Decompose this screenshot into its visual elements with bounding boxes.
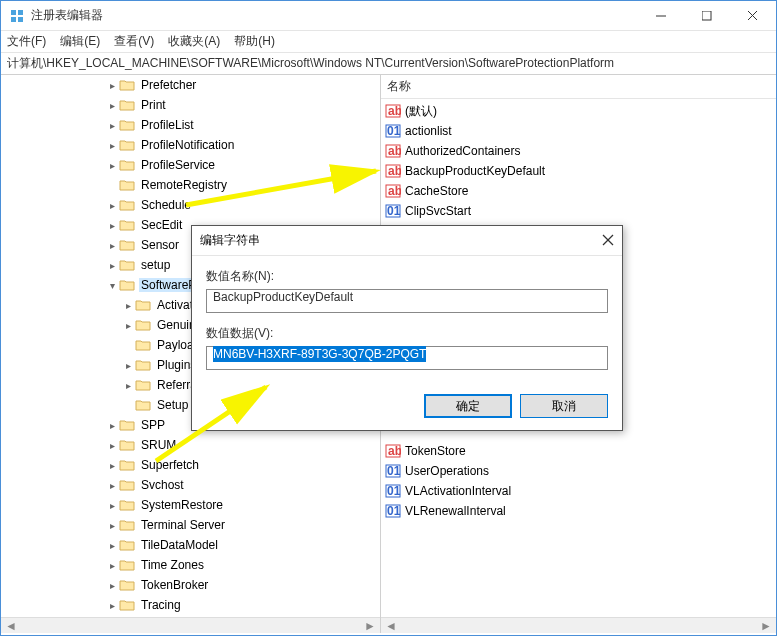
tree-item[interactable]: ▸Schedule (105, 195, 380, 215)
menu-view[interactable]: 查看(V) (114, 33, 154, 50)
svg-text:011: 011 (387, 464, 401, 478)
list-row[interactable]: 011actionlist (381, 121, 776, 141)
expand-icon[interactable]: ▸ (105, 220, 119, 231)
list-hscrollbar[interactable]: ◄► (381, 617, 776, 633)
folder-icon (135, 338, 151, 352)
expand-icon[interactable]: ▸ (105, 440, 119, 451)
list-row[interactable]: 011VLRenewalInterval (381, 501, 776, 521)
address-bar[interactable]: 计算机\HKEY_LOCAL_MACHINE\SOFTWARE\Microsof… (1, 53, 776, 75)
folder-icon (119, 258, 135, 272)
svg-rect-5 (702, 11, 711, 20)
menu-edit[interactable]: 编辑(E) (60, 33, 100, 50)
list-row[interactable]: abBackupProductKeyDefault (381, 161, 776, 181)
svg-rect-0 (11, 10, 16, 15)
expand-icon[interactable]: ▾ (105, 280, 119, 291)
list-row[interactable]: ab(默认) (381, 101, 776, 121)
tree-item[interactable]: ▸ProfileService (105, 155, 380, 175)
expand-icon[interactable]: ▸ (105, 500, 119, 511)
folder-icon (119, 78, 135, 92)
expand-icon[interactable]: ▸ (105, 520, 119, 531)
menu-help[interactable]: 帮助(H) (234, 33, 275, 50)
list-row[interactable]: abCacheStore (381, 181, 776, 201)
list-row[interactable]: abAuthorizedContainers (381, 141, 776, 161)
expand-icon[interactable]: ▸ (105, 120, 119, 131)
tree-item-label: Schedule (139, 198, 193, 212)
list-row[interactable]: 011VLActivationInterval (381, 481, 776, 501)
menubar: 文件(F) 编辑(E) 查看(V) 收藏夹(A) 帮助(H) (1, 31, 776, 53)
list-header-name[interactable]: 名称 (381, 75, 776, 99)
tree-item[interactable]: ▸SystemRestore (105, 495, 380, 515)
tree-item-label: SecEdit (139, 218, 184, 232)
expand-icon[interactable]: ▸ (105, 540, 119, 551)
minimize-button[interactable] (638, 1, 684, 30)
tree-item-label: Svchost (139, 478, 186, 492)
svg-text:ab: ab (388, 144, 401, 158)
expand-icon[interactable]: ▸ (105, 200, 119, 211)
menu-favorites[interactable]: 收藏夹(A) (168, 33, 220, 50)
folder-icon (119, 438, 135, 452)
tree-item[interactable]: ▸Time Zones (105, 555, 380, 575)
maximize-button[interactable] (684, 1, 730, 30)
tree-item[interactable]: ▸Svchost (105, 475, 380, 495)
dialog-close-button[interactable] (602, 233, 614, 249)
expand-icon[interactable]: ▸ (105, 260, 119, 271)
tree-item[interactable]: ▸Tracing (105, 595, 380, 615)
tree-item-label: Setup (155, 398, 190, 412)
expand-icon[interactable]: ▸ (105, 160, 119, 171)
list-row[interactable]: abTokenStore (381, 441, 776, 461)
expand-icon[interactable]: ▸ (105, 460, 119, 471)
binary-value-icon: 011 (385, 203, 401, 219)
string-value-icon: ab (385, 143, 401, 159)
tree-item[interactable]: ▸ProfileNotification (105, 135, 380, 155)
list-row[interactable]: 011UserOperations (381, 461, 776, 481)
folder-icon (119, 218, 135, 232)
folder-icon (119, 238, 135, 252)
binary-value-icon: 011 (385, 123, 401, 139)
tree-item[interactable]: ▸Prefetcher (105, 75, 380, 95)
value-data-input[interactable]: MN6BV-H3XRF-89T3G-3Q7QB-2PQGT (206, 346, 608, 370)
value-name-label: 数值名称(N): (206, 268, 608, 285)
tree-item[interactable]: RemoteRegistry (105, 175, 380, 195)
svg-rect-2 (11, 17, 16, 22)
expand-icon[interactable]: ▸ (121, 320, 135, 331)
cancel-button[interactable]: 取消 (520, 394, 608, 418)
expand-icon[interactable]: ▸ (105, 140, 119, 151)
expand-icon[interactable]: ▸ (105, 240, 119, 251)
expand-icon[interactable]: ▸ (121, 360, 135, 371)
tree-item[interactable]: ▸Print (105, 95, 380, 115)
close-button[interactable] (730, 1, 776, 30)
tree-item-label: ProfileList (139, 118, 196, 132)
tree-item[interactable]: ▸Superfetch (105, 455, 380, 475)
tree-item-label: SRUM (139, 438, 178, 452)
tree-item-label: Superfetch (139, 458, 201, 472)
expand-icon[interactable]: ▸ (105, 600, 119, 611)
expand-icon[interactable]: ▸ (121, 300, 135, 311)
expand-icon[interactable]: ▸ (105, 480, 119, 491)
expand-icon[interactable]: ▸ (105, 80, 119, 91)
ok-button[interactable]: 确定 (424, 394, 512, 418)
tree-hscrollbar[interactable]: ◄► (1, 617, 380, 633)
expand-icon[interactable]: ▸ (105, 100, 119, 111)
tree-item[interactable]: ▸ProfileList (105, 115, 380, 135)
value-name-input[interactable]: BackupProductKeyDefault (206, 289, 608, 313)
expand-icon[interactable]: ▸ (105, 420, 119, 431)
folder-icon (135, 378, 151, 392)
list-row[interactable]: 011ClipSvcStart (381, 201, 776, 221)
tree-item[interactable]: ▸Terminal Server (105, 515, 380, 535)
folder-icon (135, 298, 151, 312)
tree-item[interactable]: ▸TileDataModel (105, 535, 380, 555)
binary-value-icon: 011 (385, 463, 401, 479)
tree-item-label: SPP (139, 418, 167, 432)
tree-item[interactable]: ▸SRUM (105, 435, 380, 455)
expand-icon[interactable]: ▸ (121, 380, 135, 391)
tree-item[interactable]: ▸TokenBroker (105, 575, 380, 595)
value-name: UserOperations (405, 464, 489, 478)
value-name: ClipSvcStart (405, 204, 471, 218)
menu-file[interactable]: 文件(F) (7, 33, 46, 50)
svg-rect-3 (18, 17, 23, 22)
expand-icon[interactable]: ▸ (105, 560, 119, 571)
svg-rect-1 (18, 10, 23, 15)
svg-text:ab: ab (388, 164, 401, 178)
expand-icon[interactable]: ▸ (105, 580, 119, 591)
folder-icon (119, 198, 135, 212)
